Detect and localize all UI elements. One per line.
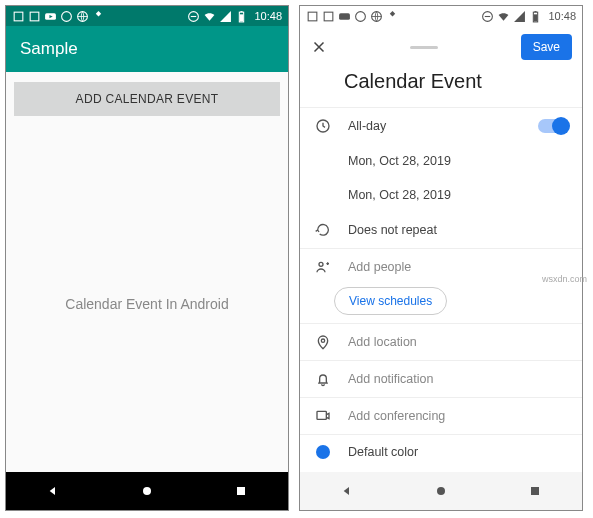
allday-row[interactable]: All-day xyxy=(300,108,582,144)
allday-toggle[interactable] xyxy=(538,119,568,133)
youtube-icon xyxy=(338,10,351,23)
status-icons-left xyxy=(12,10,105,23)
bell-icon xyxy=(315,371,331,387)
conference-icon xyxy=(315,408,331,424)
nav-back-icon[interactable] xyxy=(339,483,355,499)
event-editor-body: Save Calendar Event All-day Mon, Oct 28,… xyxy=(300,26,582,472)
add-location-label: Add location xyxy=(348,335,417,349)
svg-rect-15 xyxy=(339,13,350,20)
add-notification-label: Add notification xyxy=(348,372,433,386)
start-date-text: Mon, Oct 28, 2019 xyxy=(348,154,451,168)
end-date-row[interactable]: Mon, Oct 28, 2019 xyxy=(300,178,582,212)
svg-rect-14 xyxy=(324,12,333,21)
status-clock: 10:48 xyxy=(548,10,576,22)
svg-rect-9 xyxy=(241,11,243,12)
debug-icon xyxy=(386,10,399,23)
nav-home-icon[interactable] xyxy=(433,483,449,499)
svg-point-27 xyxy=(437,487,445,495)
color-dot-icon xyxy=(316,445,330,459)
notification-icon xyxy=(354,10,367,23)
center-caption: Calendar Event In Android xyxy=(65,296,228,312)
svg-rect-21 xyxy=(535,11,537,12)
battery-icon xyxy=(529,10,542,23)
svg-point-4 xyxy=(62,11,72,21)
signal-icon xyxy=(513,10,526,23)
color-row[interactable]: Default color xyxy=(300,435,582,469)
signal-icon xyxy=(219,10,232,23)
status-bar: 10:48 xyxy=(300,6,582,26)
start-date-row[interactable]: Mon, Oct 28, 2019 xyxy=(300,144,582,178)
app-title: Sample xyxy=(20,39,78,59)
wifi-icon xyxy=(497,10,510,23)
svg-point-24 xyxy=(319,262,323,266)
add-location-row[interactable]: Add location xyxy=(300,324,582,360)
nav-bar xyxy=(300,472,582,510)
save-button[interactable]: Save xyxy=(521,34,572,60)
nav-home-icon[interactable] xyxy=(139,483,155,499)
svg-rect-13 xyxy=(308,12,317,21)
svg-rect-22 xyxy=(534,14,537,21)
end-date-text: Mon, Oct 28, 2019 xyxy=(348,188,451,202)
nav-recent-icon[interactable] xyxy=(233,483,249,499)
svg-rect-28 xyxy=(531,487,539,495)
default-color-label: Default color xyxy=(348,445,418,459)
clock-icon xyxy=(315,118,331,134)
status-icons-left xyxy=(306,10,399,23)
battery-icon xyxy=(235,10,248,23)
square-icon xyxy=(28,10,41,23)
watermark: wsxdn.com xyxy=(542,274,587,284)
square-icon xyxy=(306,10,319,23)
repeat-row[interactable]: Does not repeat xyxy=(300,212,582,248)
app-body: ADD CALENDAR EVENT Calendar Event In And… xyxy=(6,72,288,472)
view-schedules-chip[interactable]: View schedules xyxy=(334,287,447,315)
event-title[interactable]: Calendar Event xyxy=(300,64,582,107)
app-bar: Sample xyxy=(6,26,288,72)
phone-sample-app: 10:48 Sample ADD CALENDAR EVENT Calendar… xyxy=(5,5,289,511)
status-clock: 10:48 xyxy=(254,10,282,22)
location-icon xyxy=(315,334,331,350)
youtube-icon xyxy=(44,10,57,23)
svg-point-25 xyxy=(321,339,324,342)
globe-icon xyxy=(76,10,89,23)
svg-point-11 xyxy=(143,487,151,495)
status-icons-right: 10:48 xyxy=(481,10,576,23)
add-notification-row[interactable]: Add notification xyxy=(300,361,582,397)
repeat-label: Does not repeat xyxy=(348,223,437,237)
dnd-icon xyxy=(187,10,200,23)
nav-recent-icon[interactable] xyxy=(527,483,543,499)
svg-rect-0 xyxy=(14,12,23,21)
people-icon xyxy=(315,259,331,275)
add-conferencing-row[interactable]: Add conferencing xyxy=(300,398,582,434)
svg-rect-1 xyxy=(30,12,39,21)
phone-calendar-event: 10:48 Save Calendar Event All-day Mon, O… xyxy=(299,5,583,511)
svg-rect-26 xyxy=(317,411,326,419)
debug-icon xyxy=(92,10,105,23)
allday-label: All-day xyxy=(348,119,386,133)
svg-rect-10 xyxy=(240,14,243,21)
notification-icon xyxy=(60,10,73,23)
svg-point-16 xyxy=(356,11,366,21)
repeat-icon xyxy=(315,222,331,238)
svg-rect-12 xyxy=(237,487,245,495)
editor-header: Save xyxy=(300,26,582,64)
status-bar: 10:48 xyxy=(6,6,288,26)
add-people-row[interactable]: Add people xyxy=(300,249,582,285)
nav-back-icon[interactable] xyxy=(45,483,61,499)
add-people-label: Add people xyxy=(348,260,411,274)
square-icon xyxy=(322,10,335,23)
nav-bar xyxy=(6,472,288,510)
add-conferencing-label: Add conferencing xyxy=(348,409,445,423)
square-icon xyxy=(12,10,25,23)
add-calendar-event-button[interactable]: ADD CALENDAR EVENT xyxy=(14,82,280,116)
dnd-icon xyxy=(481,10,494,23)
wifi-icon xyxy=(203,10,216,23)
status-icons-right: 10:48 xyxy=(187,10,282,23)
close-icon[interactable] xyxy=(310,38,328,56)
sheet-grabber[interactable] xyxy=(410,46,438,49)
globe-icon xyxy=(370,10,383,23)
